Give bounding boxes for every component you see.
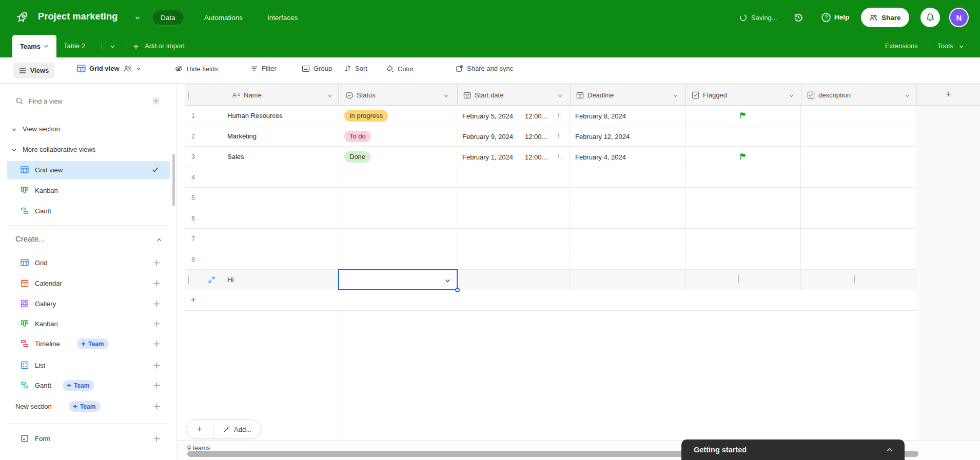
base-title-chevron-icon[interactable]: [134, 15, 141, 21]
cell-name[interactable]: Hi: [227, 276, 233, 284]
expand-record-icon[interactable]: [208, 276, 215, 284]
getting-started-toast[interactable]: Getting started: [681, 439, 905, 460]
tools-button[interactable]: Tools: [937, 42, 953, 50]
history-icon[interactable]: [793, 12, 803, 23]
tab-automations[interactable]: Automations: [195, 10, 251, 26]
share-sync-button[interactable]: Share and sync: [456, 65, 513, 72]
sidebar-view-gantt[interactable]: Gantt: [0, 202, 177, 221]
table-tab-table2[interactable]: Table 2: [64, 42, 85, 50]
sidebar-create-gantt[interactable]: Gantt Team: [0, 376, 177, 395]
group-button[interactable]: Group: [302, 65, 332, 72]
cell-flagged[interactable]: [685, 106, 801, 126]
table-row[interactable]: 3Sales Done February 1, 2024 12:00… I.. …: [185, 147, 916, 167]
cell-flagged[interactable]: [685, 147, 801, 167]
sidebar-scrollbar[interactable]: [172, 154, 175, 206]
sidebar-create-gallery[interactable]: Gallery: [0, 295, 177, 313]
column-divider[interactable]: [685, 85, 686, 106]
sidebar-create-calendar[interactable]: 31 Calendar: [0, 274, 177, 293]
column-header-flagged[interactable]: Flagged: [703, 91, 727, 99]
cell-description[interactable]: [801, 147, 916, 167]
table-row-active[interactable]: Hi: [185, 270, 916, 290]
tools-chevron-icon[interactable]: [958, 44, 964, 49]
filter-button[interactable]: Filter: [250, 65, 277, 72]
select-all-checkbox[interactable]: [188, 91, 189, 99]
sidebar-create-new-section[interactable]: New section Team: [0, 397, 177, 416]
column-header-name[interactable]: Name: [244, 91, 262, 99]
rocket-logo-icon[interactable]: [14, 10, 30, 25]
sidebar-create-timeline[interactable]: Timeline Team: [0, 335, 177, 353]
tab-interfaces[interactable]: Interfaces: [259, 10, 306, 26]
status-pill[interactable]: To do: [344, 131, 371, 142]
column-chevron-icon[interactable]: [789, 93, 794, 98]
extensions-button[interactable]: Extensions: [885, 42, 918, 50]
status-pill[interactable]: Done: [344, 151, 370, 163]
cell-start-date[interactable]: February 5, 2024: [462, 112, 513, 120]
table-row[interactable]: 1Human Resources In progress February 5,…: [185, 106, 916, 126]
sidebar-section-more-collaborative[interactable]: More collaborative views: [0, 141, 177, 159]
cell-start-date[interactable]: February 1, 2024: [462, 153, 513, 161]
column-divider[interactable]: [801, 85, 801, 106]
cell-name[interactable]: Sales: [227, 153, 244, 161]
cell-flagged[interactable]: [685, 126, 801, 147]
cell-deadline[interactable]: February 4, 2024: [575, 153, 626, 161]
add-table-plus-icon[interactable]: +: [133, 42, 139, 52]
cell-description[interactable]: [801, 270, 916, 290]
view-search-input[interactable]: [29, 95, 144, 107]
cell-flagged[interactable]: [685, 270, 801, 290]
toast-collapse-chevron-icon[interactable]: [886, 447, 893, 453]
fill-handle[interactable]: [455, 288, 460, 292]
column-header-status[interactable]: Status: [357, 91, 376, 99]
views-button[interactable]: Views: [13, 63, 54, 78]
column-chevron-icon[interactable]: [905, 93, 910, 98]
table-row[interactable]: 2Marketing To do February 9, 2024 12:00……: [185, 126, 916, 147]
column-divider[interactable]: [570, 85, 571, 106]
add-record-button[interactable]: +: [186, 424, 213, 435]
view-settings-gear-icon[interactable]: [152, 97, 160, 105]
sidebar-create-section[interactable]: Create...: [0, 231, 177, 248]
column-chevron-icon[interactable]: [673, 93, 678, 98]
grid-view-selector[interactable]: Grid view: [77, 65, 141, 72]
add-row[interactable]: +: [185, 290, 916, 311]
cell-description[interactable]: [801, 106, 916, 126]
avatar[interactable]: N: [949, 8, 969, 27]
table-row-empty[interactable]: 4: [185, 167, 916, 188]
column-header-deadline[interactable]: Deadline: [587, 91, 614, 99]
sidebar-view-grid-view[interactable]: Grid view: [0, 161, 177, 179]
column-chevron-icon[interactable]: [443, 93, 449, 98]
cell-start-date[interactable]: February 9, 2024: [462, 133, 513, 141]
column-divider[interactable]: [338, 85, 339, 106]
color-button[interactable]: Color: [386, 65, 414, 73]
tab-data[interactable]: Data: [152, 10, 184, 26]
table-tab-teams[interactable]: Teams: [12, 35, 56, 57]
cell-dropdown-chevron-icon[interactable]: [444, 277, 451, 284]
row-checkbox[interactable]: [188, 276, 189, 284]
sidebar-create-form[interactable]: Form: [0, 430, 177, 448]
column-header-start-date[interactable]: Start date: [475, 91, 503, 99]
help-icon[interactable]: ?: [821, 12, 831, 23]
sidebar-section-view-section[interactable]: View section: [0, 120, 177, 138]
sidebar-create-kanban[interactable]: Kanban: [0, 315, 177, 333]
column-header-description[interactable]: description: [818, 91, 851, 99]
table-row-empty[interactable]: 5: [185, 188, 916, 208]
magic-add-button[interactable]: Add...: [213, 426, 261, 433]
column-chevron-icon[interactable]: [327, 93, 332, 98]
column-chevron-icon[interactable]: [557, 93, 563, 98]
help-label[interactable]: Help: [834, 13, 849, 21]
sidebar-view-kanban[interactable]: Kanban: [0, 182, 177, 200]
share-button[interactable]: Share: [861, 8, 909, 27]
notifications-button[interactable]: [920, 8, 940, 27]
add-row-plus-icon[interactable]: +: [190, 294, 196, 306]
status-pill[interactable]: In progress: [344, 110, 388, 122]
cell-deadline[interactable]: February 8, 2024: [575, 112, 626, 120]
add-or-import-button[interactable]: Add or import: [145, 42, 185, 50]
table-row-empty[interactable]: 6: [185, 208, 916, 229]
cell-name[interactable]: Marketing: [227, 132, 257, 140]
sidebar-create-grid[interactable]: Grid: [0, 254, 177, 272]
sort-button[interactable]: Sort: [344, 65, 367, 72]
cell-name[interactable]: Human Resources: [227, 112, 283, 119]
table-list-chevron-icon[interactable]: [110, 44, 115, 49]
base-title[interactable]: Project marketing: [38, 11, 117, 22]
hide-fields-button[interactable]: Hide fields: [174, 65, 218, 73]
cell-deadline[interactable]: February 12, 2024: [575, 133, 630, 141]
table-row-empty[interactable]: 8: [185, 249, 916, 270]
